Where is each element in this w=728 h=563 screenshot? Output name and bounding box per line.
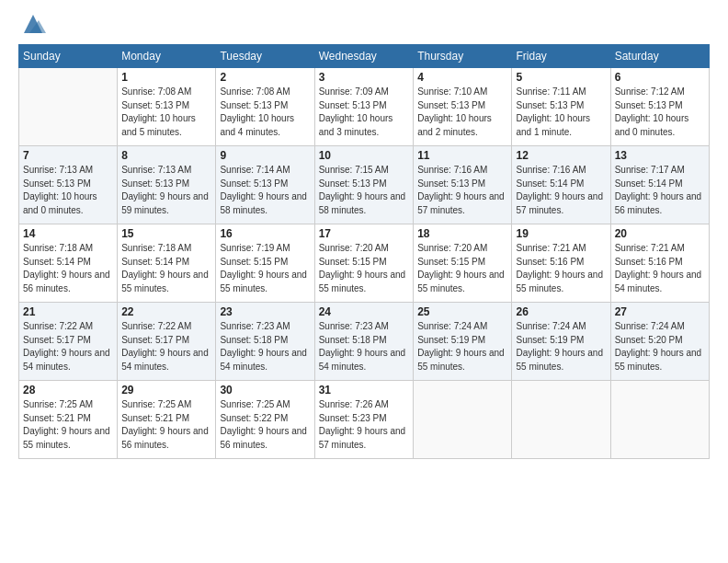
day-cell: 24Sunrise: 7:23 AMSunset: 5:18 PMDayligh… [314, 303, 414, 381]
day-info: Sunrise: 7:15 AMSunset: 5:13 PMDaylight:… [319, 164, 410, 217]
day-number: 12 [516, 149, 606, 162]
day-info: Sunrise: 7:20 AMSunset: 5:15 PMDaylight:… [319, 242, 410, 295]
day-number: 18 [417, 227, 507, 240]
day-info: Sunrise: 7:10 AMSunset: 5:13 PMDaylight:… [417, 86, 507, 139]
week-row-3: 14Sunrise: 7:18 AMSunset: 5:14 PMDayligh… [19, 224, 710, 303]
col-header-friday: Friday [512, 45, 610, 68]
day-info: Sunrise: 7:18 AMSunset: 5:14 PMDaylight:… [121, 242, 211, 295]
day-cell: 2Sunrise: 7:08 AMSunset: 5:13 PMDaylight… [216, 68, 314, 146]
day-info: Sunrise: 7:13 AMSunset: 5:13 PMDaylight:… [121, 164, 211, 217]
day-info: Sunrise: 7:26 AMSunset: 5:23 PMDaylight:… [319, 398, 410, 452]
day-cell: 8Sunrise: 7:13 AMSunset: 5:13 PMDaylight… [118, 146, 216, 224]
day-info: Sunrise: 7:23 AMSunset: 5:18 PMDaylight:… [319, 320, 410, 373]
day-number: 23 [220, 305, 310, 318]
day-cell: 11Sunrise: 7:16 AMSunset: 5:13 PMDayligh… [414, 146, 512, 224]
day-number: 29 [121, 384, 211, 396]
day-info: Sunrise: 7:17 AMSunset: 5:14 PMDaylight:… [615, 164, 705, 217]
header [18, 15, 710, 35]
day-cell: 4Sunrise: 7:10 AMSunset: 5:13 PMDaylight… [414, 68, 512, 146]
calendar: SundayMondayTuesdayWednesdayThursdayFrid… [18, 44, 710, 459]
day-number: 15 [121, 227, 211, 240]
day-number: 4 [417, 71, 507, 84]
col-header-thursday: Thursday [414, 45, 512, 68]
day-number: 27 [615, 305, 705, 318]
day-cell [512, 381, 610, 459]
day-number: 10 [319, 149, 410, 162]
col-header-sunday: Sunday [19, 45, 118, 68]
day-number: 2 [220, 71, 310, 84]
day-number: 6 [615, 71, 705, 84]
day-cell: 7Sunrise: 7:13 AMSunset: 5:13 PMDaylight… [19, 146, 118, 224]
day-cell: 27Sunrise: 7:24 AMSunset: 5:20 PMDayligh… [610, 303, 709, 381]
week-row-2: 7Sunrise: 7:13 AMSunset: 5:13 PMDaylight… [19, 146, 710, 224]
day-cell: 3Sunrise: 7:09 AMSunset: 5:13 PMDaylight… [314, 68, 414, 146]
col-header-wednesday: Wednesday [314, 45, 414, 68]
day-cell: 30Sunrise: 7:25 AMSunset: 5:22 PMDayligh… [216, 381, 314, 459]
day-info: Sunrise: 7:22 AMSunset: 5:17 PMDaylight:… [23, 320, 113, 373]
day-cell [414, 381, 512, 459]
day-info: Sunrise: 7:24 AMSunset: 5:19 PMDaylight:… [417, 320, 507, 373]
logo-icon [20, 11, 46, 37]
day-cell: 20Sunrise: 7:21 AMSunset: 5:16 PMDayligh… [610, 224, 709, 303]
day-number: 20 [615, 227, 705, 240]
week-row-4: 21Sunrise: 7:22 AMSunset: 5:17 PMDayligh… [19, 303, 710, 381]
day-number: 7 [23, 149, 113, 162]
day-cell: 13Sunrise: 7:17 AMSunset: 5:14 PMDayligh… [610, 146, 709, 224]
day-info: Sunrise: 7:16 AMSunset: 5:14 PMDaylight:… [516, 164, 606, 217]
day-cell: 29Sunrise: 7:25 AMSunset: 5:21 PMDayligh… [118, 381, 216, 459]
day-cell: 14Sunrise: 7:18 AMSunset: 5:14 PMDayligh… [19, 224, 118, 303]
page-container: SundayMondayTuesdayWednesdayThursdayFrid… [0, 0, 728, 468]
day-cell: 21Sunrise: 7:22 AMSunset: 5:17 PMDayligh… [19, 303, 118, 381]
day-info: Sunrise: 7:20 AMSunset: 5:15 PMDaylight:… [417, 242, 507, 295]
day-cell: 23Sunrise: 7:23 AMSunset: 5:18 PMDayligh… [216, 303, 314, 381]
day-info: Sunrise: 7:24 AMSunset: 5:19 PMDaylight:… [516, 320, 606, 373]
day-number: 21 [23, 305, 113, 318]
day-number: 14 [23, 227, 113, 240]
week-row-1: 1Sunrise: 7:08 AMSunset: 5:13 PMDaylight… [19, 68, 710, 146]
day-info: Sunrise: 7:16 AMSunset: 5:13 PMDaylight:… [417, 164, 507, 217]
day-cell: 25Sunrise: 7:24 AMSunset: 5:19 PMDayligh… [414, 303, 512, 381]
day-number: 1 [121, 71, 211, 84]
day-info: Sunrise: 7:19 AMSunset: 5:15 PMDaylight:… [220, 242, 310, 295]
day-number: 13 [615, 149, 705, 162]
logo [18, 15, 46, 35]
day-cell: 16Sunrise: 7:19 AMSunset: 5:15 PMDayligh… [216, 224, 314, 303]
day-cell: 18Sunrise: 7:20 AMSunset: 5:15 PMDayligh… [414, 224, 512, 303]
col-header-saturday: Saturday [610, 45, 709, 68]
day-cell: 9Sunrise: 7:14 AMSunset: 5:13 PMDaylight… [216, 146, 314, 224]
day-cell: 22Sunrise: 7:22 AMSunset: 5:17 PMDayligh… [118, 303, 216, 381]
day-cell: 31Sunrise: 7:26 AMSunset: 5:23 PMDayligh… [314, 381, 414, 459]
day-cell: 6Sunrise: 7:12 AMSunset: 5:13 PMDaylight… [610, 68, 709, 146]
day-info: Sunrise: 7:13 AMSunset: 5:13 PMDaylight:… [23, 164, 113, 217]
day-number: 31 [319, 384, 410, 396]
day-number: 16 [220, 227, 310, 240]
day-number: 26 [516, 305, 606, 318]
day-number: 9 [220, 149, 310, 162]
day-cell: 26Sunrise: 7:24 AMSunset: 5:19 PMDayligh… [512, 303, 610, 381]
day-cell: 15Sunrise: 7:18 AMSunset: 5:14 PMDayligh… [118, 224, 216, 303]
day-number: 17 [319, 227, 410, 240]
day-number: 19 [516, 227, 606, 240]
calendar-header-row: SundayMondayTuesdayWednesdayThursdayFrid… [19, 45, 710, 68]
col-header-tuesday: Tuesday [216, 45, 314, 68]
day-cell: 5Sunrise: 7:11 AMSunset: 5:13 PMDaylight… [512, 68, 610, 146]
day-info: Sunrise: 7:25 AMSunset: 5:22 PMDaylight:… [220, 398, 310, 452]
day-number: 5 [516, 71, 606, 84]
day-number: 3 [319, 71, 410, 84]
day-cell: 17Sunrise: 7:20 AMSunset: 5:15 PMDayligh… [314, 224, 414, 303]
day-info: Sunrise: 7:22 AMSunset: 5:17 PMDaylight:… [121, 320, 211, 373]
day-info: Sunrise: 7:25 AMSunset: 5:21 PMDaylight:… [121, 398, 211, 452]
day-cell [19, 68, 118, 146]
day-info: Sunrise: 7:14 AMSunset: 5:13 PMDaylight:… [220, 164, 310, 217]
day-info: Sunrise: 7:11 AMSunset: 5:13 PMDaylight:… [516, 86, 606, 139]
day-number: 28 [23, 384, 113, 396]
day-cell: 10Sunrise: 7:15 AMSunset: 5:13 PMDayligh… [314, 146, 414, 224]
day-cell: 12Sunrise: 7:16 AMSunset: 5:14 PMDayligh… [512, 146, 610, 224]
day-info: Sunrise: 7:24 AMSunset: 5:20 PMDaylight:… [615, 320, 705, 373]
day-info: Sunrise: 7:23 AMSunset: 5:18 PMDaylight:… [220, 320, 310, 373]
day-info: Sunrise: 7:08 AMSunset: 5:13 PMDaylight:… [121, 86, 211, 139]
day-info: Sunrise: 7:18 AMSunset: 5:14 PMDaylight:… [23, 242, 113, 295]
day-info: Sunrise: 7:21 AMSunset: 5:16 PMDaylight:… [516, 242, 606, 295]
day-number: 25 [417, 305, 507, 318]
day-cell: 1Sunrise: 7:08 AMSunset: 5:13 PMDaylight… [118, 68, 216, 146]
